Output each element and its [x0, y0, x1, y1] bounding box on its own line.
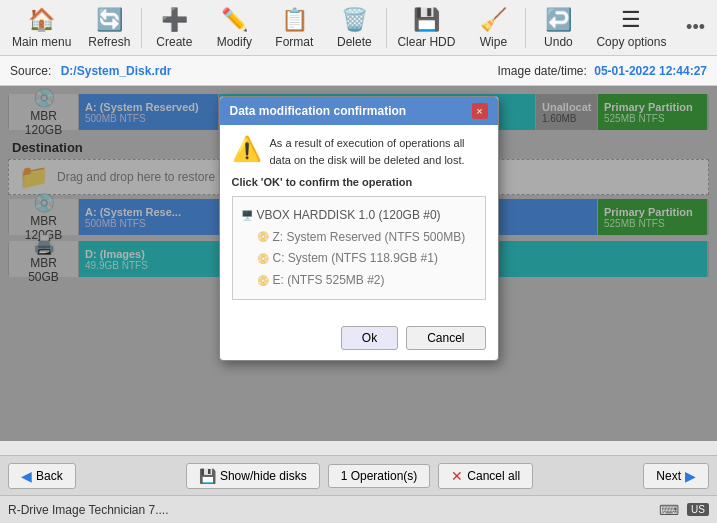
dialog-close-button[interactable]: × — [472, 103, 488, 119]
dialog-cancel-button[interactable]: Cancel — [406, 326, 485, 350]
show-hide-disks-button[interactable]: 💾 Show/hide disks — [186, 463, 320, 489]
keyboard-icon: ⌨ — [659, 502, 679, 518]
show-hide-icon: 💾 — [199, 468, 216, 484]
copy-options-icon: ☰ — [621, 7, 641, 33]
source-bar: Source: D:/System_Disk.rdr Image date/ti… — [0, 56, 717, 86]
clear-hdd-icon: 💾 — [413, 7, 440, 33]
dialog-body: ⚠️ As a result of execution of operation… — [220, 125, 498, 320]
main-content: 💿 MBR 120GB A: (System Reserved) 500MB N… — [0, 86, 717, 441]
next-icon: ▶ — [685, 468, 696, 484]
refresh-button[interactable]: 🔄 Refresh — [79, 2, 139, 54]
format-icon: 📋 — [281, 7, 308, 33]
source-value: D:/System_Disk.rdr — [61, 64, 172, 78]
status-right: ⌨ US — [659, 502, 709, 518]
warning-icon: ⚠️ — [232, 135, 262, 163]
wipe-icon: 🧹 — [480, 7, 507, 33]
bottom-center: 💾 Show/hide disks 1 Operation(s) ✕ Cance… — [84, 463, 636, 489]
app-name: R-Drive Image Technician 7.... — [8, 503, 169, 517]
dialog-warning-row: ⚠️ As a result of execution of operation… — [232, 135, 486, 168]
create-icon: ➕ — [161, 7, 188, 33]
dialog-header: Data modification confirmation × — [220, 97, 498, 125]
dialog-list-item-main: 🖥️ VBOX HARDDISK 1.0 (120GB #0) — [241, 205, 477, 227]
copy-options-button[interactable]: ☰ Copy options — [588, 2, 674, 54]
undo-button[interactable]: ↩️ Undo — [528, 2, 588, 54]
wipe-button[interactable]: 🧹 Wipe — [463, 2, 523, 54]
toolbar-separator-2 — [386, 8, 387, 48]
undo-icon: ↩️ — [545, 7, 572, 33]
confirmation-dialog: Data modification confirmation × ⚠️ As a… — [219, 96, 499, 361]
dialog-list-item-sub-2: 📀 C: System (NTFS 118.9GB #1) — [241, 248, 477, 270]
dialog-warning-text: As a result of execution of operations a… — [270, 135, 486, 168]
next-button[interactable]: Next ▶ — [643, 463, 709, 489]
dialog-confirm-text: Click 'OK' to confirm the operation — [232, 176, 486, 188]
home-icon: 🏠 — [28, 7, 55, 33]
delete-button[interactable]: 🗑️ Delete — [324, 2, 384, 54]
toolbar-separator — [141, 8, 142, 48]
back-button[interactable]: ◀ Back — [8, 463, 76, 489]
dialog-list-item-sub-1: 📀 Z: System Reserved (NTFS 500MB) — [241, 227, 477, 249]
refresh-icon: 🔄 — [96, 7, 123, 33]
toolbar: 🏠 Main menu 🔄 Refresh ➕ Create ✏️ Modify… — [0, 0, 717, 56]
cancel-all-button[interactable]: ✕ Cancel all — [438, 463, 533, 489]
main-menu-button[interactable]: 🏠 Main menu — [4, 2, 79, 54]
back-icon: ◀ — [21, 468, 32, 484]
dialog-title: Data modification confirmation — [230, 104, 407, 118]
dialog-overlay: Data modification confirmation × ⚠️ As a… — [0, 86, 717, 441]
dialog-list-item-sub-3: 📀 E: (NTFS 525MB #2) — [241, 270, 477, 292]
source-label: Source: D:/System_Disk.rdr — [10, 64, 171, 78]
cancel-icon: ✕ — [451, 468, 463, 484]
toolbar-separator-3 — [525, 8, 526, 48]
bottom-bar: ◀ Back 💾 Show/hide disks 1 Operation(s) … — [0, 455, 717, 495]
dialog-ok-button[interactable]: Ok — [341, 326, 398, 350]
operations-button[interactable]: 1 Operation(s) — [328, 464, 431, 488]
more-options-button[interactable]: ••• — [678, 9, 713, 46]
clear-hdd-button[interactable]: 💾 Clear HDD — [389, 2, 463, 54]
image-date-value: 05-01-2022 12:44:27 — [594, 64, 707, 78]
modify-icon: ✏️ — [221, 7, 248, 33]
dialog-buttons: Ok Cancel — [220, 320, 498, 360]
language-badge: US — [687, 503, 709, 516]
dialog-disk-list: 🖥️ VBOX HARDDISK 1.0 (120GB #0) 📀 Z: Sys… — [232, 196, 486, 300]
image-date-display: Image date/time: 05-01-2022 12:44:27 — [498, 64, 708, 78]
format-button[interactable]: 📋 Format — [264, 2, 324, 54]
status-bar: R-Drive Image Technician 7.... ⌨ US — [0, 495, 717, 523]
delete-icon: 🗑️ — [341, 7, 368, 33]
modify-button[interactable]: ✏️ Modify — [204, 2, 264, 54]
create-button[interactable]: ➕ Create — [144, 2, 204, 54]
